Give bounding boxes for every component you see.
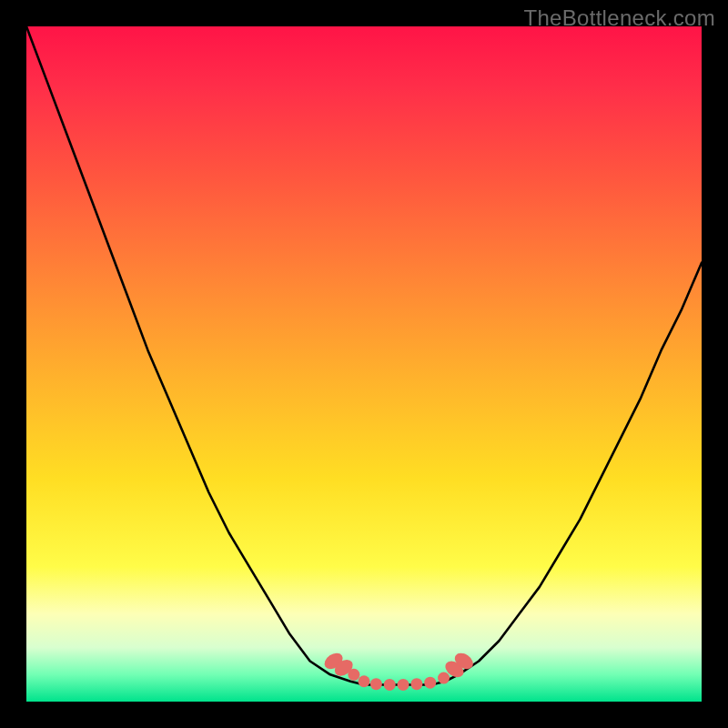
curve-marker	[359, 675, 370, 687]
watermark-text: TheBottleneck.com	[523, 5, 715, 31]
curve-marker	[424, 677, 436, 689]
curve-marker	[348, 669, 359, 681]
curve-marker	[384, 679, 396, 691]
curve-marker	[370, 678, 382, 690]
curve-marker	[410, 678, 422, 690]
curve-svg	[26, 26, 702, 702]
chart-frame: TheBottleneck.com	[0, 0, 728, 728]
curve-marker	[438, 672, 450, 684]
bottleneck-curve	[26, 26, 702, 684]
curve-marker	[398, 679, 410, 691]
plot-area	[26, 26, 702, 702]
